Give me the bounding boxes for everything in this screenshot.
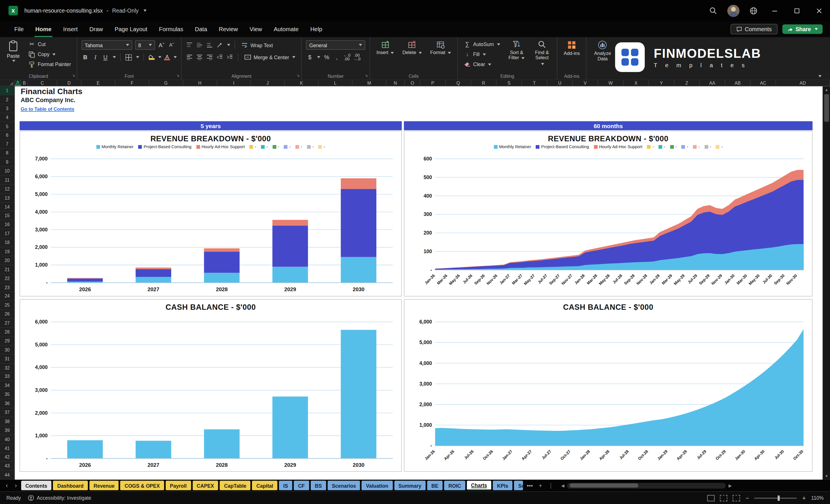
- table-of-contents-link[interactable]: Go to Table of Contents: [21, 106, 74, 112]
- scroll-up-arrow[interactable]: ▲: [823, 86, 830, 93]
- decrease-indent-button[interactable]: [216, 55, 223, 60]
- sheet-tab-so[interactable]: So: [514, 481, 523, 490]
- bold-button[interactable]: B: [82, 54, 89, 60]
- sheet-tab-charts[interactable]: Charts: [467, 481, 491, 490]
- row-header-24[interactable]: 24: [0, 292, 14, 301]
- share-button[interactable]: Share: [782, 24, 823, 34]
- column-header-AA[interactable]: AA: [700, 80, 725, 86]
- row-header-27[interactable]: 27: [0, 319, 14, 327]
- menu-item-view[interactable]: View: [244, 21, 268, 37]
- sheet-tab-kpis[interactable]: KPIs: [493, 481, 513, 490]
- sheet-tab-captable[interactable]: CapTable: [220, 481, 251, 490]
- column-header-T[interactable]: T: [522, 80, 547, 86]
- row-header-40[interactable]: 40: [0, 435, 14, 444]
- menu-item-help[interactable]: Help: [305, 21, 328, 37]
- row-header-21[interactable]: 21: [0, 265, 14, 274]
- column-header-I[interactable]: I: [217, 80, 251, 86]
- format-cells-button[interactable]: Format: [428, 40, 453, 56]
- row-header-22[interactable]: 22: [0, 274, 14, 283]
- wrap-text-button[interactable]: Wrap Text: [240, 41, 275, 50]
- middle-align-button[interactable]: [196, 42, 203, 48]
- fill-color-button[interactable]: [148, 55, 154, 60]
- zoom-slider[interactable]: [755, 497, 797, 499]
- menu-item-file[interactable]: File: [8, 21, 30, 37]
- menu-item-data[interactable]: Data: [189, 21, 213, 37]
- insert-cells-button[interactable]: Insert: [374, 40, 396, 56]
- zoom-slider-thumb[interactable]: [778, 495, 780, 501]
- column-header-R[interactable]: R: [471, 80, 497, 86]
- menu-item-automate[interactable]: Automate: [268, 21, 305, 37]
- clear-button[interactable]: Clear: [462, 60, 502, 69]
- addins-button[interactable]: Add-ins: [562, 40, 582, 57]
- row-header-36[interactable]: 36: [0, 399, 14, 408]
- sheet-tab-is[interactable]: IS: [279, 481, 292, 490]
- column-header-W[interactable]: W: [598, 80, 624, 86]
- column-header-X[interactable]: X: [624, 80, 649, 86]
- row-header-12[interactable]: 12: [0, 185, 14, 194]
- sheet-tab-capex[interactable]: CAPEX: [192, 481, 218, 490]
- row-header-19[interactable]: 19: [0, 247, 14, 256]
- tabs-scroll-right[interactable]: ›: [12, 482, 20, 489]
- scroll-left-arrow[interactable]: ◀: [560, 483, 566, 488]
- orientation-button[interactable]: [216, 42, 223, 48]
- column-header-E[interactable]: E: [82, 80, 115, 86]
- row-header-2[interactable]: 2: [0, 95, 14, 104]
- bottom-align-button[interactable]: [206, 42, 213, 48]
- vertical-scroll-thumb[interactable]: [824, 94, 829, 122]
- decrease-decimal-button[interactable]: .00→.0: [353, 53, 361, 61]
- row-header-16[interactable]: 16: [0, 221, 14, 229]
- row-header-41[interactable]: 41: [0, 444, 14, 453]
- normal-view-button[interactable]: [707, 495, 715, 501]
- row-header-34[interactable]: 34: [0, 381, 14, 390]
- accessibility-status[interactable]: Accessibility: Investigate: [28, 495, 91, 501]
- font-name-select[interactable]: Tahoma: [82, 40, 132, 50]
- column-header-G[interactable]: G: [149, 80, 183, 86]
- column-header-N[interactable]: N: [386, 80, 405, 86]
- analyze-data-button[interactable]: Analyze Data: [591, 40, 614, 62]
- comma-format-button[interactable]: ,: [333, 54, 341, 60]
- column-header-O[interactable]: O: [405, 80, 420, 86]
- row-header-39[interactable]: 39: [0, 426, 14, 435]
- column-header-Z[interactable]: Z: [674, 80, 700, 86]
- percent-format-button[interactable]: %: [323, 54, 330, 60]
- increase-font-icon[interactable]: Aˆ: [158, 42, 165, 48]
- column-header-L[interactable]: L: [319, 80, 352, 86]
- column-header-M[interactable]: M: [353, 80, 386, 86]
- row-header-9[interactable]: 9: [0, 158, 14, 167]
- font-color-button[interactable]: A: [164, 54, 170, 60]
- delete-cells-button[interactable]: Delete: [401, 40, 424, 56]
- row-header-43[interactable]: 43: [0, 462, 14, 471]
- sheet-tab-dashboard[interactable]: Dashboard: [53, 481, 88, 490]
- row-header-32[interactable]: 32: [0, 364, 14, 372]
- row-header-33[interactable]: 33: [0, 372, 14, 381]
- column-header-F[interactable]: F: [115, 80, 149, 86]
- column-header-D[interactable]: D: [57, 80, 82, 86]
- vertical-scrollbar[interactable]: ▲ ▼: [823, 86, 830, 480]
- column-header-A[interactable]: A: [15, 80, 21, 86]
- row-header-15[interactable]: 15: [0, 211, 14, 220]
- borders-button[interactable]: [125, 54, 132, 61]
- row-header-8[interactable]: 8: [0, 149, 14, 158]
- minimize-button[interactable]: [763, 0, 786, 21]
- align-center-button[interactable]: [196, 55, 203, 60]
- row-header-4[interactable]: 4: [0, 113, 14, 122]
- maximize-button[interactable]: [786, 0, 808, 21]
- select-all-corner[interactable]: [0, 80, 15, 86]
- row-header-10[interactable]: 10: [0, 167, 14, 176]
- align-right-button[interactable]: [206, 55, 213, 60]
- ribbon-collapse-icon[interactable]: [818, 75, 822, 77]
- row-header-17[interactable]: 17: [0, 229, 14, 238]
- column-header-Q[interactable]: Q: [446, 80, 471, 86]
- top-align-button[interactable]: [186, 42, 193, 48]
- row-header-11[interactable]: 11: [0, 176, 14, 185]
- menu-item-insert[interactable]: Insert: [57, 21, 84, 37]
- avatar[interactable]: [723, 0, 743, 21]
- row-header-42[interactable]: 42: [0, 453, 14, 462]
- autosum-button[interactable]: ∑AutoSum: [462, 40, 502, 49]
- column-header-J[interactable]: J: [251, 80, 285, 86]
- sheet-tab-scenarios[interactable]: Scenarios: [328, 481, 360, 490]
- zoom-out-button[interactable]: −: [746, 494, 749, 502]
- globe-icon[interactable]: [743, 0, 763, 21]
- menu-item-draw[interactable]: Draw: [84, 21, 109, 37]
- column-header-AC[interactable]: AC: [751, 80, 776, 86]
